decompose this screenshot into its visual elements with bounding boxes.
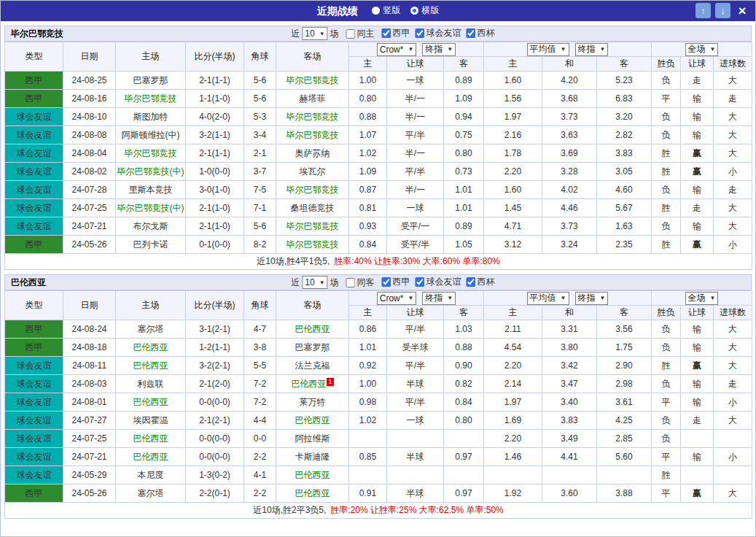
away-team-cell: 巴伦西亚 [276,412,349,430]
team-name-link[interactable]: 毕尔巴鄂竞技 [287,185,339,195]
team-name-link[interactable]: 奥萨苏纳 [295,148,330,158]
team-name-link[interactable]: 阿拉维斯 [295,433,330,444]
avg-draw-cell: 3.80 [542,339,597,357]
view-option[interactable]: 横版 [410,4,439,17]
team-name-link[interactable]: 巴塞罗那 [133,75,168,85]
team-name-link[interactable]: 埃瓦尔 [300,166,326,177]
score-cell: 3-2(2-1) [186,357,244,375]
team-name-link[interactable]: 布尔戈斯 [133,221,168,231]
league-filter-checkbox[interactable]: 球会友谊 [416,27,461,39]
odds-source-select[interactable]: Crow*▼ [377,292,417,305]
odds-handicap-cell: 受平/一 [387,217,444,236]
team-name-link[interactable]: 巴伦西亚 [295,324,330,334]
team-name-link[interactable]: 毕尔巴鄂竞技 [287,112,339,122]
team-name-link[interactable]: 赫塔菲 [300,93,326,104]
league-filter-checkbox[interactable]: 西甲 [382,27,410,39]
results-body: 西甲24-08-25巴塞罗那2-1(1-1)5-6毕尔巴鄂竞技1.00一球0.8… [5,72,752,254]
team-name-link[interactable]: 巴伦西亚 [133,397,168,407]
team-name-link[interactable]: 巴伦西亚 [133,360,168,371]
date-cell: 24-07-21 [63,217,116,236]
team-name-link[interactable]: 塞尔塔 [138,324,164,334]
checkbox-input[interactable] [416,28,425,38]
team-name-link[interactable]: 塞尔塔 [138,488,164,498]
team-name-link[interactable]: 阿斯顿维拉(中) [122,130,180,140]
match-type-badge: 球会友谊 [5,108,63,126]
sub-column-header: 客 [597,57,652,72]
away-team-cell: 阿拉维斯 [276,430,349,448]
avg-away-cell: 6.83 [597,90,652,108]
team-name-link[interactable]: 巴伦西亚 [295,415,330,425]
checkbox-input[interactable] [382,28,391,38]
team-name-link[interactable]: 本尼度 [138,470,164,480]
league-filter-checkbox[interactable]: 西杯 [467,27,495,39]
checkbox-input[interactable] [467,277,476,287]
odds-group-header: Crow*▼终指▼ [349,42,484,57]
team-name-link[interactable]: 毕尔巴鄂竞技(中) [117,203,184,213]
team-name-link[interactable]: 巴伦西亚 [295,488,330,498]
team-name-link[interactable]: 斯图加特 [133,112,168,122]
average-final-select[interactable]: 终指▼ [575,43,609,56]
team-name-link[interactable]: 巴伦西亚 [133,433,168,444]
checkbox-input[interactable] [346,278,356,287]
league-label: 西甲 [393,276,410,288]
average-final-select[interactable]: 终指▼ [575,292,609,305]
odds-final-select[interactable]: 终指▼ [422,43,456,56]
checkbox-input[interactable] [382,277,391,287]
team-section: 巴伦西亚 近 10▼ 场 同客 西甲球会友谊西杯 类型日期主场比分(半场)角球客… [4,274,752,519]
move-down-button[interactable]: ↓ [715,3,730,18]
team-name-link[interactable]: 埃因霍温 [133,415,168,425]
match-type-badge: 西甲 [5,320,63,339]
checkbox-input[interactable] [346,29,356,39]
view-option[interactable]: 竖版 [372,4,400,17]
team-name-link[interactable]: 毕尔巴鄂竞技 [287,221,339,231]
sub-column-header: 胜负 [652,57,681,72]
team-name-link[interactable]: 毕尔巴鄂竞技 [287,130,339,140]
avg-home-cell: 3.12 [484,236,542,254]
same-venue-checkbox[interactable]: 同主 [346,28,375,40]
checkbox-input[interactable] [416,277,425,287]
match-row: 球会友谊24-08-10斯图加特4-0(2-0)5-3毕尔巴鄂竞技0.88半/一… [5,108,752,126]
average-select[interactable]: 平均值▼ [527,292,569,305]
close-icon[interactable]: × [735,3,749,18]
team-name-link[interactable]: 巴塞罗那 [295,342,330,352]
scope-select[interactable]: 全场▼ [685,292,719,305]
match-count-select[interactable]: 10▼ [302,27,327,40]
team-name-link[interactable]: 里斯本竞技 [129,185,173,195]
move-up-button[interactable]: ↑ [695,3,711,18]
sub-column-header: 让球 [681,57,714,72]
sub-column-header: 客 [597,306,652,320]
same-venue-checkbox[interactable]: 同客 [346,277,375,289]
team-name-link[interactable]: 巴列卡诺 [133,239,168,250]
goals-result-cell: 大 [714,144,752,163]
team-name-link[interactable]: 巴伦西亚 [133,342,168,352]
team-name-link[interactable]: 毕尔巴鄂竞技 [125,93,177,104]
team-name-link[interactable]: 莱万特 [300,397,326,407]
team-name-link[interactable]: 巴伦西亚 [291,379,326,389]
team-name-link[interactable]: 毕尔巴鄂竞技 [287,239,339,250]
team-name-link[interactable]: 巴伦西亚 [295,470,330,480]
team-name-link[interactable]: 法兰克福 [295,360,330,371]
sub-column-header: 主 [484,57,542,72]
team-name-link[interactable]: 毕尔巴鄂竞技 [125,148,177,158]
team-name-link[interactable]: 利兹联 [138,379,164,389]
checkbox-input[interactable] [467,28,476,38]
column-header: 比分(半场) [186,42,244,72]
goals-result-cell [714,466,752,484]
league-filter-checkbox[interactable]: 球会友谊 [416,276,461,288]
avg-draw-cell: 4.20 [542,72,597,90]
team-name-link[interactable]: 桑坦德竞技 [291,203,335,213]
team-name-link[interactable]: 毕尔巴鄂竞技(中) [117,166,184,177]
league-filter-checkbox[interactable]: 西甲 [382,276,410,288]
scope-select[interactable]: 全场▼ [685,43,719,56]
team-name-link[interactable]: 巴伦西亚 [133,452,168,462]
team-name-link[interactable]: 卡斯迪隆 [295,452,330,462]
result-cell: 负 [652,430,681,448]
average-select[interactable]: 平均值▼ [527,43,569,56]
games-label: 场 [330,277,339,289]
avg-home-cell: 2.20 [484,430,542,448]
odds-final-select[interactable]: 终指▼ [422,292,456,305]
match-count-select[interactable]: 10▼ [302,276,327,289]
league-filter-checkbox[interactable]: 西杯 [467,276,495,288]
team-name-link[interactable]: 毕尔巴鄂竞技 [287,75,339,85]
odds-source-select[interactable]: Crow*▼ [377,43,417,56]
